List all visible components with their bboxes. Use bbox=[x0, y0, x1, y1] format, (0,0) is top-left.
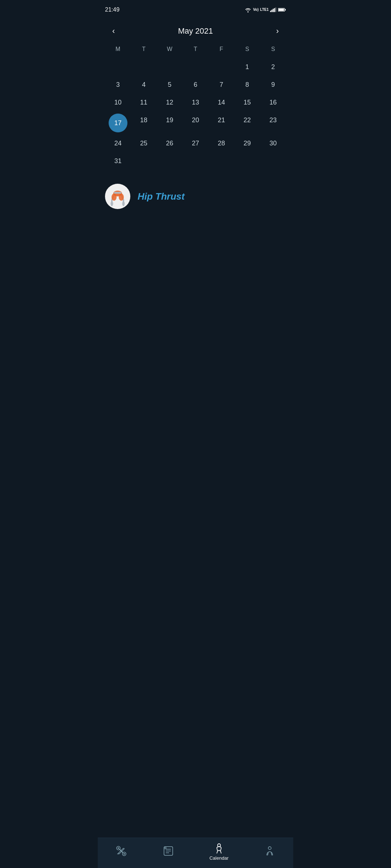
selected-day: 17 bbox=[109, 114, 127, 132]
day-cell-empty bbox=[260, 153, 286, 169]
svg-point-16 bbox=[119, 193, 124, 201]
day-cell[interactable]: 19 bbox=[157, 112, 182, 134]
svg-point-29 bbox=[218, 844, 220, 847]
day-cell-empty bbox=[209, 59, 234, 75]
hip-thrust-icon bbox=[107, 186, 129, 207]
day-cell[interactable]: 31 bbox=[105, 153, 131, 169]
day-cell[interactable]: 26 bbox=[157, 135, 182, 152]
volte-icon: Vo) bbox=[253, 8, 258, 12]
svg-rect-2 bbox=[272, 10, 273, 12]
day-cell[interactable]: 10 bbox=[105, 94, 131, 111]
day-cell[interactable]: 28 bbox=[209, 135, 234, 152]
day-cell[interactable]: 4 bbox=[131, 77, 156, 93]
svg-point-23 bbox=[123, 853, 125, 855]
workout-item[interactable]: Hip Thrust bbox=[105, 184, 286, 209]
day-cell-empty bbox=[209, 153, 234, 169]
day-header-thu: T bbox=[182, 43, 208, 55]
svg-point-18 bbox=[122, 201, 125, 206]
nav-label-calendar: Calendar bbox=[209, 855, 228, 861]
wifi-icon bbox=[244, 7, 252, 13]
day-cell-empty bbox=[182, 153, 208, 169]
day-cell[interactable]: 30 bbox=[260, 135, 286, 152]
day-header-sun: S bbox=[260, 43, 286, 55]
day-cell[interactable]: 9 bbox=[260, 77, 286, 93]
day-cell[interactable]: 2 bbox=[260, 59, 286, 75]
svg-rect-4 bbox=[274, 8, 275, 12]
svg-rect-3 bbox=[273, 9, 274, 12]
day-header-fri: F bbox=[209, 43, 234, 55]
svg-rect-8 bbox=[278, 9, 284, 11]
signal-icon bbox=[270, 7, 277, 12]
day-cell[interactable]: 23 bbox=[260, 112, 286, 134]
day-cell-empty bbox=[157, 59, 182, 75]
svg-point-22 bbox=[118, 847, 119, 849]
day-cell-empty bbox=[234, 153, 260, 169]
day-cell[interactable]: 5 bbox=[157, 77, 182, 93]
day-cell[interactable]: 27 bbox=[182, 135, 208, 152]
svg-rect-7 bbox=[285, 9, 286, 10]
svg-line-31 bbox=[220, 851, 221, 853]
day-cell[interactable]: 24 bbox=[105, 135, 131, 152]
svg-point-15 bbox=[112, 193, 117, 201]
day-header-tue: T bbox=[131, 43, 156, 55]
day-header-mon: M bbox=[105, 43, 131, 55]
day-cell[interactable]: 8 bbox=[234, 77, 260, 93]
nav-item-calendar[interactable]: Calendar bbox=[209, 842, 228, 861]
svg-point-17 bbox=[110, 201, 113, 206]
nav-item-log[interactable] bbox=[163, 845, 174, 858]
day-cell[interactable]: 13 bbox=[182, 94, 208, 111]
calendar-grid: M T W T F S S 12345678910111213141516171… bbox=[98, 43, 293, 169]
svg-line-30 bbox=[217, 851, 218, 853]
day-cell[interactable]: 15 bbox=[234, 94, 260, 111]
day-cell[interactable]: 3 bbox=[105, 77, 131, 93]
battery-icon bbox=[278, 8, 286, 12]
svg-point-0 bbox=[247, 11, 248, 12]
day-cell[interactable]: 25 bbox=[131, 135, 156, 152]
svg-point-32 bbox=[268, 847, 271, 850]
prev-month-button[interactable]: ‹ bbox=[109, 25, 118, 38]
workout-section: Hip Thrust bbox=[98, 169, 293, 216]
day-cell[interactable]: 16 bbox=[260, 94, 286, 111]
svg-line-21 bbox=[119, 849, 123, 853]
day-cell-empty bbox=[105, 59, 131, 75]
workout-icon-container bbox=[105, 184, 130, 209]
day-cell-empty bbox=[131, 153, 156, 169]
day-cell[interactable]: 29 bbox=[234, 135, 260, 152]
status-bar: 21:49 Vo) LTE1 bbox=[98, 0, 293, 17]
day-headers: M T W T F S S bbox=[105, 43, 286, 55]
day-cell[interactable]: 20 bbox=[182, 112, 208, 134]
nav-item-workout[interactable] bbox=[115, 845, 127, 858]
list-icon bbox=[163, 845, 174, 857]
day-cell[interactable]: 21 bbox=[209, 112, 234, 134]
bottom-navigation: Calendar bbox=[98, 838, 293, 868]
calendar-title: May 2021 bbox=[178, 26, 213, 36]
calendar-nav-icon bbox=[213, 842, 225, 854]
day-header-wed: W bbox=[157, 43, 182, 55]
day-cell-selected[interactable]: 17 bbox=[105, 112, 131, 134]
status-icons: Vo) LTE1 bbox=[244, 7, 286, 13]
workout-name: Hip Thrust bbox=[138, 191, 185, 202]
day-cell-empty bbox=[182, 59, 208, 75]
days-grid: 1234567891011121314151617181920212223242… bbox=[105, 59, 286, 169]
profile-icon bbox=[264, 845, 276, 857]
day-cell[interactable]: 14 bbox=[209, 94, 234, 111]
svg-rect-28 bbox=[164, 847, 167, 849]
next-month-button[interactable]: › bbox=[273, 25, 282, 38]
day-cell[interactable]: 1 bbox=[234, 59, 260, 75]
nav-item-profile[interactable] bbox=[264, 845, 276, 858]
day-cell-empty bbox=[157, 153, 182, 169]
day-header-sat: S bbox=[234, 43, 260, 55]
svg-rect-1 bbox=[270, 10, 271, 12]
lte-icon: LTE1 bbox=[260, 8, 269, 12]
status-time: 21:49 bbox=[105, 7, 119, 13]
day-cell[interactable]: 7 bbox=[209, 77, 234, 93]
day-cell[interactable]: 22 bbox=[234, 112, 260, 134]
day-cell[interactable]: 6 bbox=[182, 77, 208, 93]
day-cell[interactable]: 11 bbox=[131, 94, 156, 111]
day-cell[interactable]: 12 bbox=[157, 94, 182, 111]
svg-rect-5 bbox=[275, 7, 276, 12]
day-cell[interactable]: 18 bbox=[131, 112, 156, 134]
calendar-header: ‹ May 2021 › bbox=[98, 17, 293, 43]
dumbbell-icon bbox=[115, 845, 127, 857]
day-cell-empty bbox=[131, 59, 156, 75]
